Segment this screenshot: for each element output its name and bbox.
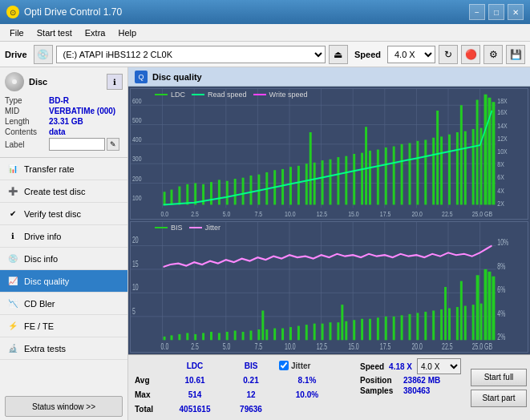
- svg-rect-114: [210, 332, 212, 340]
- speed-select-stats[interactable]: 4.0 X: [417, 358, 461, 374]
- disc-length-row: Length 23.31 GB: [5, 117, 123, 126]
- svg-rect-142: [416, 313, 419, 340]
- svg-rect-49: [401, 144, 403, 205]
- svg-rect-122: [265, 329, 268, 340]
- eject-button[interactable]: ⏏: [329, 45, 348, 64]
- svg-rect-32: [281, 169, 284, 205]
- svg-text:0.0: 0.0: [161, 342, 169, 352]
- drive-icon-btn[interactable]: 💿: [34, 45, 53, 64]
- svg-rect-33: [289, 167, 292, 204]
- svg-rect-113: [202, 333, 204, 340]
- nav-extra-tests[interactable]: 🔬 Extra tests: [0, 337, 127, 360]
- svg-text:12.5: 12.5: [317, 342, 328, 352]
- burn-button[interactable]: 🔴: [461, 45, 480, 64]
- svg-rect-150: [464, 306, 467, 341]
- app-icon: ⊙: [6, 6, 19, 18]
- label-edit-btn[interactable]: ✎: [107, 138, 119, 151]
- avg-label: Avg: [135, 376, 167, 385]
- start-full-button[interactable]: Start full: [471, 369, 527, 386]
- svg-text:18X: 18X: [497, 97, 508, 105]
- bis-avg-value: 0.21: [223, 376, 279, 385]
- svg-rect-110: [178, 334, 180, 340]
- label-label: Label: [5, 140, 49, 149]
- contents-label: Contents: [5, 127, 49, 136]
- svg-text:4%: 4%: [497, 309, 505, 318]
- nav-verify-test[interactable]: ✔ Verify test disc: [0, 203, 127, 225]
- svg-rect-120: [257, 329, 260, 340]
- nav-create-test[interactable]: ➕ Create test disc: [0, 180, 127, 203]
- speed-label2: Speed: [360, 362, 384, 371]
- jitter-col-header: Jitter: [291, 361, 310, 370]
- svg-rect-56: [448, 135, 451, 205]
- nav-disc-info[interactable]: 💿 Disc info: [0, 248, 127, 270]
- refresh-button[interactable]: ↻: [439, 45, 458, 64]
- ldc-legend: LDC: [155, 91, 185, 99]
- svg-rect-59: [464, 131, 467, 205]
- disc-header: Disc ℹ: [5, 72, 123, 91]
- status-window-button[interactable]: Status window >>: [5, 396, 123, 417]
- svg-text:2.5: 2.5: [191, 342, 199, 352]
- samples-label: Samples: [360, 386, 399, 395]
- svg-rect-118: [242, 332, 245, 340]
- svg-rect-111: [186, 333, 188, 340]
- close-button[interactable]: ✕: [508, 4, 524, 20]
- drive-select[interactable]: (E:) ATAPI iHBS112 2 CL0K: [56, 46, 326, 63]
- svg-rect-117: [234, 330, 237, 340]
- minimize-button[interactable]: −: [469, 4, 485, 20]
- svg-rect-129: [322, 324, 324, 341]
- jitter-max-value: 10.0%: [279, 390, 335, 399]
- svg-text:15.0: 15.0: [348, 210, 359, 218]
- speed-label: Speed: [354, 50, 381, 59]
- svg-text:5.0: 5.0: [223, 210, 231, 218]
- start-part-button[interactable]: Start part: [471, 390, 527, 407]
- maximize-button[interactable]: □: [488, 4, 504, 20]
- nav-disc-quality[interactable]: 📈 Disc quality: [0, 270, 127, 293]
- svg-rect-126: [297, 326, 300, 341]
- svg-rect-35: [305, 164, 308, 204]
- svg-rect-109: [171, 335, 173, 340]
- save-button[interactable]: 💾: [506, 45, 525, 64]
- stats-bar: LDC BIS Jitter Avg 10.61 0.21 8.1% Max: [128, 354, 530, 420]
- drive-label: Drive: [5, 50, 27, 59]
- menu-help[interactable]: Help: [111, 26, 143, 39]
- svg-text:500: 500: [132, 116, 142, 124]
- nav-cd-bler[interactable]: 📉 CD Bler: [0, 293, 127, 315]
- svg-rect-123: [273, 329, 276, 341]
- svg-rect-58: [460, 105, 463, 204]
- svg-text:4X: 4X: [497, 187, 504, 195]
- ldc-avg-value: 10.61: [167, 376, 223, 385]
- disc-info-btn[interactable]: ℹ: [107, 74, 123, 90]
- stats-header-row: LDC BIS Jitter: [135, 358, 347, 373]
- svg-rect-48: [393, 147, 395, 205]
- svg-rect-127: [305, 325, 308, 340]
- bottom-chart-svg: 20 15 10 5 10% 8% 6% 4% 2% 0.0 2.5 5.0 7…: [131, 222, 528, 352]
- jitter-checkbox[interactable]: [279, 361, 289, 370]
- mid-label: MID: [5, 107, 49, 115]
- nav-drive-info[interactable]: ℹ Drive info: [0, 225, 127, 248]
- bis-legend-label: BIS: [171, 224, 183, 232]
- speed-select-drive[interactable]: 4.0 X: [387, 46, 435, 63]
- nav-transfer-rate[interactable]: 📊 Transfer rate: [0, 158, 127, 180]
- svg-text:17.5: 17.5: [380, 342, 391, 352]
- svg-rect-42: [353, 154, 355, 204]
- menu-start-test[interactable]: Start test: [30, 26, 79, 39]
- svg-text:20.0: 20.0: [411, 210, 423, 218]
- svg-rect-146: [444, 287, 447, 340]
- svg-text:2.5: 2.5: [191, 210, 199, 218]
- settings-button[interactable]: ⚙: [483, 45, 503, 64]
- svg-rect-124: [281, 329, 284, 341]
- nav-fe-te[interactable]: ⚡ FE / TE: [0, 315, 127, 337]
- position-value: 23862 MB: [403, 376, 440, 385]
- svg-rect-144: [432, 310, 435, 340]
- disc-info-icon: 💿: [6, 252, 19, 265]
- svg-rect-145: [440, 309, 443, 340]
- menu-extra[interactable]: Extra: [79, 26, 112, 39]
- svg-text:8%: 8%: [497, 262, 505, 272]
- bottom-chart: BIS Jitter: [130, 221, 528, 353]
- menu-file[interactable]: File: [3, 26, 30, 39]
- max-label: Max: [135, 390, 167, 399]
- menu-bar: File Start test Extra Help: [0, 24, 530, 42]
- svg-rect-155: [488, 272, 492, 340]
- label-input[interactable]: [49, 138, 105, 151]
- svg-rect-39: [330, 160, 332, 205]
